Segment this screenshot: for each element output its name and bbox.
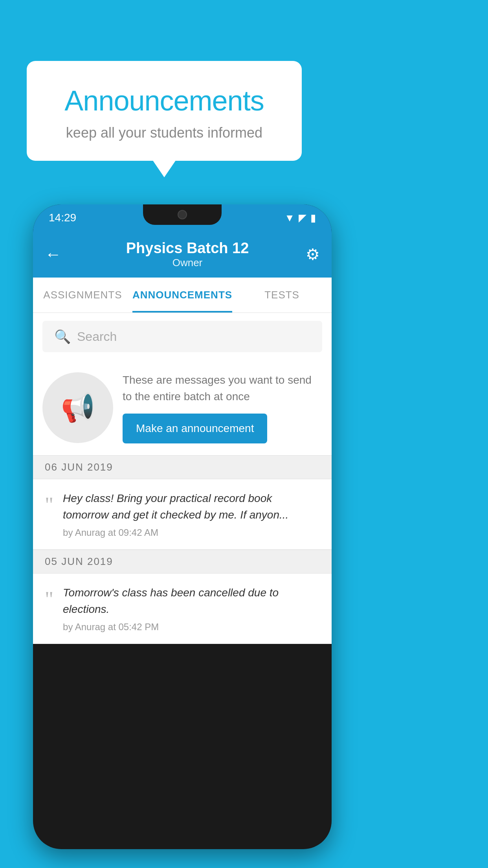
search-bar[interactable]: 🔍 Search [42, 321, 322, 352]
date-separator-2: 05 JUN 2019 [33, 550, 332, 574]
tabs-bar: ASSIGNMENTS ANNOUNCEMENTS TESTS [33, 278, 332, 313]
app-bar-title-container: Physics Batch 12 Owner [69, 240, 306, 269]
app-bar-subtitle: Owner [69, 257, 306, 269]
app-bar: ← Physics Batch 12 Owner ⚙ [33, 231, 332, 278]
promo-content: These are messages you want to send to t… [123, 372, 322, 443]
announcement-text-2: Tomorrow's class has been cancelled due … [63, 585, 320, 618]
settings-icon[interactable]: ⚙ [306, 245, 320, 263]
announcement-meta-1: by Anurag at 09:42 AM [63, 527, 320, 538]
speech-bubble-subtitle: keep all your students informed [42, 125, 286, 141]
phone-notch [143, 204, 222, 225]
announcement-item-2[interactable]: " Tomorrow's class has been cancelled du… [33, 574, 332, 644]
quote-icon-1: " [45, 493, 53, 517]
search-container: 🔍 Search [33, 313, 332, 360]
back-button[interactable]: ← [45, 245, 61, 264]
search-icon: 🔍 [54, 329, 71, 344]
tab-tests[interactable]: TESTS [232, 278, 332, 313]
promo-section: 📢 These are messages you want to send to… [33, 360, 332, 455]
tab-assignments[interactable]: ASSIGNMENTS [33, 278, 132, 313]
phone-frame: 14:29 ▼ ◤ ▮ ← Physics Batch 12 Owner ⚙ A… [33, 204, 332, 849]
battery-icon: ▮ [310, 212, 316, 224]
announcement-item-1[interactable]: " Hey class! Bring your practical record… [33, 479, 332, 550]
announcement-text-1: Hey class! Bring your practical record b… [63, 490, 320, 523]
announcement-meta-2: by Anurag at 05:42 PM [63, 622, 320, 633]
app-bar-title: Physics Batch 12 [69, 240, 306, 257]
status-icons: ▼ ◤ ▮ [284, 212, 316, 224]
quote-icon-2: " [45, 587, 53, 611]
signal-icon: ◤ [299, 212, 306, 224]
speech-bubble-title: Announcements [42, 85, 286, 117]
megaphone-icon: 📢 [61, 392, 95, 424]
promo-icon-circle: 📢 [42, 372, 113, 443]
announcement-content-1: Hey class! Bring your practical record b… [63, 490, 320, 538]
speech-bubble: Announcements keep all your students inf… [27, 61, 302, 161]
date-separator-1: 06 JUN 2019 [33, 455, 332, 479]
promo-description: These are messages you want to send to t… [123, 372, 322, 405]
make-announcement-button[interactable]: Make an announcement [123, 414, 267, 443]
search-placeholder: Search [77, 329, 117, 344]
speech-bubble-container: Announcements keep all your students inf… [27, 61, 302, 161]
phone-container: 14:29 ▼ ◤ ▮ ← Physics Batch 12 Owner ⚙ A… [33, 204, 332, 849]
wifi-icon: ▼ [284, 212, 295, 224]
announcement-content-2: Tomorrow's class has been cancelled due … [63, 585, 320, 633]
content-area: 🔍 Search 📢 These are messages you want t… [33, 313, 332, 644]
phone-camera [178, 210, 187, 219]
status-time: 14:29 [49, 211, 76, 224]
tab-announcements[interactable]: ANNOUNCEMENTS [132, 278, 232, 313]
